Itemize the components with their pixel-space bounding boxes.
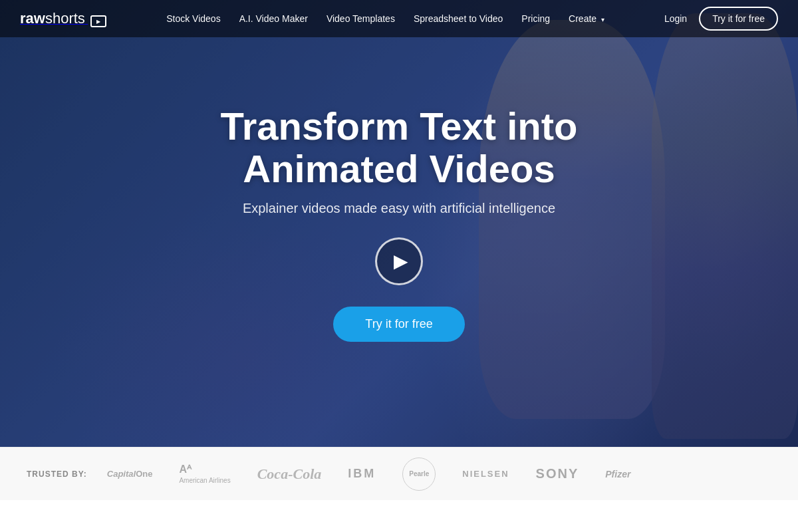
brand-nielsen: nielsen bbox=[462, 469, 509, 479]
nav-ai-video-maker[interactable]: A.I. Video Maker bbox=[239, 13, 308, 24]
trusted-logos: CapitalOne AᴬAmerican Airlines Coca-Cola… bbox=[107, 458, 771, 491]
brand-american-airlines: AᴬAmerican Airlines bbox=[179, 463, 230, 485]
nav-create[interactable]: Create ▾ bbox=[569, 13, 604, 24]
nav-links: Stock Videos A.I. Video Maker Video Temp… bbox=[166, 13, 604, 25]
play-button[interactable]: ▶ bbox=[375, 237, 423, 285]
brand-coca-cola: Coca-Cola bbox=[257, 466, 322, 483]
hero-subtitle: Explainer videos made easy with artifici… bbox=[243, 201, 555, 216]
hero-content: Transform Text into Animated Videos Expl… bbox=[120, 105, 678, 342]
login-link[interactable]: Login bbox=[664, 13, 687, 24]
nav-cta-button[interactable]: Try it for free bbox=[699, 7, 778, 31]
brand-sony: SONY bbox=[536, 466, 579, 481]
trusted-by-section: TRUSTED BY: CapitalOne AᴬAmerican Airlin… bbox=[0, 447, 798, 500]
nav-video-templates[interactable]: Video Templates bbox=[327, 13, 395, 24]
brand-pearle: Pearle bbox=[402, 458, 436, 491]
hero-title: Transform Text into Animated Videos bbox=[133, 105, 665, 190]
play-icon: ▶ bbox=[394, 250, 408, 272]
nav-stock-videos[interactable]: Stock Videos bbox=[166, 13, 220, 24]
brand-pfizer: Pfizer bbox=[605, 469, 630, 479]
nav-spreadsheet-to-video[interactable]: Spreadsheet to Video bbox=[414, 13, 503, 24]
logo-text-raw: raw bbox=[20, 10, 45, 27]
logo[interactable]: rawshorts ▶ bbox=[20, 10, 106, 28]
chevron-down-icon: ▾ bbox=[601, 16, 604, 23]
logo-icon: ▶ bbox=[90, 15, 106, 27]
hero-section: Transform Text into Animated Videos Expl… bbox=[0, 0, 798, 447]
navbar: rawshorts ▶ Stock Videos A.I. Video Make… bbox=[0, 0, 798, 37]
brand-capital-one: CapitalOne bbox=[107, 469, 153, 479]
nav-pricing[interactable]: Pricing bbox=[521, 13, 550, 24]
nav-right: Login Try it for free bbox=[664, 7, 778, 31]
trusted-label: TRUSTED BY: bbox=[27, 469, 87, 479]
logo-text-shorts: shorts bbox=[45, 10, 85, 27]
hero-cta-button[interactable]: Try it for free bbox=[333, 307, 464, 342]
brand-ibm: IBM bbox=[348, 467, 376, 481]
